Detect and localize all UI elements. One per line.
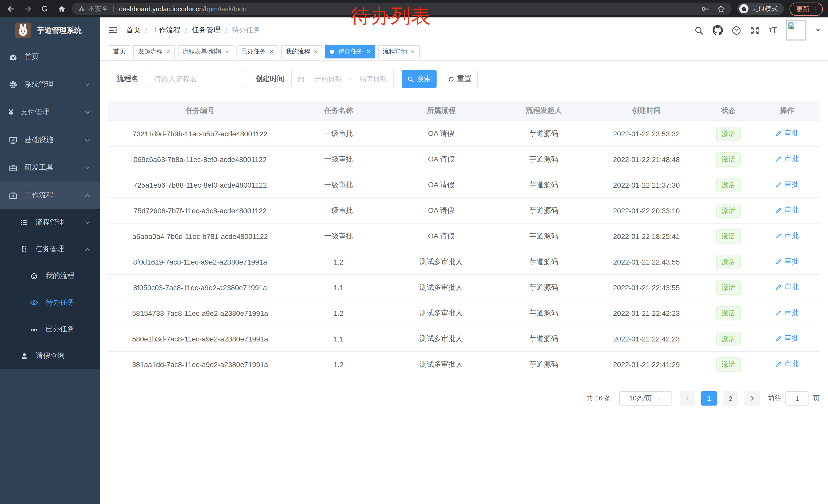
approve-link[interactable]: 审批: [775, 308, 799, 317]
close-icon[interactable]: ×: [225, 48, 229, 55]
process-name-cell: 测试多审批人: [385, 352, 498, 377]
action-cell: 审批: [754, 326, 820, 352]
chevron-left-icon: [685, 395, 691, 402]
sidebar-item-infrastructure[interactable]: 基础设施: [0, 126, 100, 154]
breadcrumb-item[interactable]: 任务管理: [192, 26, 220, 35]
sidebar-item-label: 工作流程: [25, 191, 53, 200]
approve-link[interactable]: 审批: [775, 334, 799, 343]
approve-link[interactable]: 审批: [775, 154, 799, 164]
start-date-placeholder[interactable]: 开始日期: [308, 74, 348, 84]
tab-home[interactable]: 首页: [109, 45, 130, 58]
browser-menu-icon[interactable]: ⋮: [813, 5, 819, 13]
tab-label: 已办任务: [241, 47, 266, 56]
app-logo-row[interactable]: 芋道管理系统: [0, 17, 100, 43]
approve-link[interactable]: 审批: [775, 129, 799, 138]
approve-link[interactable]: 审批: [775, 282, 799, 292]
tab-done-tasks[interactable]: 已办任务×: [237, 45, 278, 58]
chevron-down-icon[interactable]: [815, 28, 821, 33]
hamburger-icon[interactable]: [108, 25, 118, 35]
date-range-input[interactable]: 开始日期 - 结束日期: [291, 70, 394, 88]
bookmark-star-icon[interactable]: [717, 4, 726, 13]
sidebar-item-process-management[interactable]: 流程管理: [0, 209, 100, 236]
task-id-cell: 069c6a63-7b8a-11ec-8ef0-acde48001122: [108, 146, 292, 172]
breadcrumb-separator: /: [145, 26, 147, 34]
sidebar-item-home[interactable]: 首页: [0, 43, 100, 71]
pagination-page-2[interactable]: 2: [723, 391, 738, 406]
sidebar-item-task-management[interactable]: 任务管理: [0, 236, 100, 263]
status-badge: 激活: [716, 255, 741, 269]
approve-link[interactable]: 审批: [775, 257, 799, 266]
search-icon[interactable]: [694, 26, 704, 35]
sidebar-item-todo-tasks[interactable]: 待办任务: [0, 289, 100, 316]
status-badge: 激活: [716, 152, 741, 166]
search-button[interactable]: 搜索: [402, 70, 437, 88]
process-name-cell: OA 请假: [385, 172, 498, 198]
pagination-page-1[interactable]: 1: [701, 391, 717, 406]
tab-my-process[interactable]: 我的流程×: [281, 45, 322, 58]
chevron-down-icon: [84, 164, 91, 171]
reset-button[interactable]: 重置: [442, 70, 478, 88]
approve-link[interactable]: 审批: [775, 231, 799, 240]
sidebar-item-label: 研发工具: [25, 163, 53, 172]
home-icon[interactable]: [57, 4, 66, 13]
approve-link[interactable]: 审批: [775, 180, 799, 189]
column-header: 流程发起人: [498, 101, 590, 121]
pagination-prev-button[interactable]: [680, 391, 695, 406]
action-cell: 审批: [754, 172, 820, 198]
status-cell: 激活: [703, 275, 754, 300]
sidebar-item-system-management[interactable]: 系统管理: [0, 71, 100, 98]
security-label[interactable]: 不安全: [88, 4, 108, 13]
action-cell: 审批: [754, 300, 820, 326]
back-icon[interactable]: [6, 4, 15, 13]
close-icon[interactable]: ×: [367, 48, 370, 55]
reload-icon[interactable]: [40, 4, 49, 13]
edit-pencil-icon: [775, 155, 782, 163]
create-time-label: 创建时间: [255, 74, 284, 84]
approve-link-label: 审批: [784, 231, 799, 240]
task-name-cell: 一级审批: [292, 223, 385, 249]
breadcrumb-item: 待办任务: [232, 26, 260, 35]
tab-process-form-edit[interactable]: 流程表单-编辑×: [178, 45, 234, 58]
close-icon[interactable]: ×: [166, 48, 170, 55]
help-icon[interactable]: ?: [732, 26, 742, 35]
tree-icon: [20, 245, 28, 253]
sidebar-item-workflow[interactable]: 工作流程: [0, 182, 100, 209]
create-time-cell: 2022-01-21 22:42:23: [590, 300, 703, 326]
process-name-input[interactable]: [146, 70, 243, 88]
sidebar-item-my-process[interactable]: 我的流程: [0, 263, 100, 289]
sidebar-menu: 首页系统管理¥支付管理基础设施研发工具工作流程流程管理任务管理我的流程待办任务已…: [0, 43, 100, 369]
close-icon[interactable]: ×: [411, 48, 415, 55]
github-icon[interactable]: [713, 25, 723, 35]
tab-label: 流程详情: [383, 47, 407, 56]
pagination-next-button[interactable]: [744, 391, 760, 406]
pagination-unit-label: 页: [813, 394, 820, 403]
breadcrumb-item[interactable]: 首页: [126, 26, 140, 35]
sidebar-item-payment-management[interactable]: ¥支付管理: [0, 98, 100, 126]
end-date-placeholder[interactable]: 结束日期: [353, 74, 394, 84]
approve-link[interactable]: 审批: [775, 205, 799, 215]
chevron-down-icon: [84, 109, 91, 116]
page-size-select[interactable]: 10条/页: [619, 391, 671, 406]
pagination-goto-input[interactable]: [785, 391, 809, 406]
process-starter-cell: 芋道源码: [498, 172, 590, 198]
font-size-icon[interactable]: TT: [769, 26, 777, 34]
tab-process-detail[interactable]: 流程详情×: [378, 45, 419, 58]
breadcrumb-item[interactable]: 工作流程: [152, 26, 180, 35]
status-cell: 激活: [703, 249, 754, 275]
close-icon[interactable]: ×: [314, 48, 318, 55]
key-icon[interactable]: [701, 4, 709, 13]
browser-update-button[interactable]: 更新 ⋮: [790, 3, 823, 16]
sidebar-item-dev-tools[interactable]: 研发工具: [0, 154, 100, 182]
approve-link[interactable]: 审批: [775, 359, 799, 369]
tab-start-process[interactable]: 发起流程×: [133, 45, 175, 58]
sidebar-item-done-tasks[interactable]: 已办任务: [0, 316, 100, 342]
fullscreen-icon[interactable]: [750, 26, 760, 35]
tab-todo-tasks[interactable]: 待办任务×: [326, 45, 375, 58]
status-badge: 激活: [716, 306, 741, 320]
sidebar-item-leave-query[interactable]: 请假查询: [0, 342, 100, 369]
close-icon[interactable]: ×: [269, 48, 273, 55]
avatar[interactable]: [786, 20, 806, 41]
forward-icon[interactable]: [23, 4, 32, 13]
task-name-cell: 1.2: [292, 249, 385, 275]
page-content: 流程名 创建时间 开始日期 - 结束日期 搜索 重置: [100, 60, 828, 406]
